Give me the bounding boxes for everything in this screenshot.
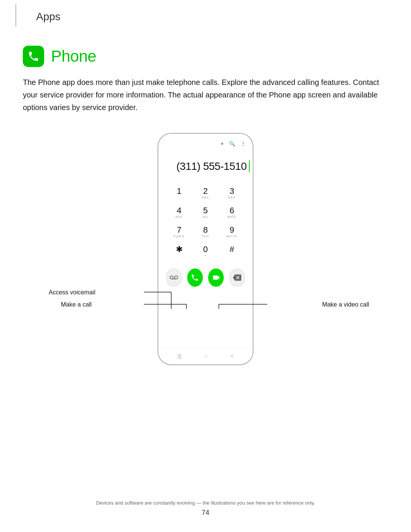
- dialpad: 1 2 ABC 3 DEF 4 GHI 5 JKL: [158, 183, 253, 261]
- section-title-row: Phone: [23, 46, 388, 67]
- phone-navbar: ||| ○ <: [158, 347, 253, 364]
- phone-handset-icon: [27, 50, 40, 62]
- action-buttons-row: [158, 262, 253, 291]
- search-icon: 🔍: [229, 141, 235, 147]
- phone-mockup-area: + 🔍 ⋮ (311) 555-1510 1 2: [23, 129, 388, 365]
- phone-number-display: (311) 555-1510: [172, 157, 248, 176]
- video-call-button[interactable]: [208, 268, 224, 287]
- breadcrumb-label: Apps: [36, 11, 61, 22]
- nav-back-icon: <: [231, 353, 234, 359]
- dialpad-key-5[interactable]: 5 JKL: [192, 203, 218, 222]
- dialpad-key-hash[interactable]: #: [219, 241, 245, 261]
- nav-home-icon: ○: [204, 353, 207, 359]
- call-icon: [191, 273, 199, 282]
- dialpad-key-8[interactable]: 8 TUV: [192, 222, 218, 241]
- nav-recent-icon: |||: [177, 353, 182, 359]
- phone-topbar: + 🔍 ⋮: [158, 134, 253, 150]
- dialpad-key-2[interactable]: 2 ABC: [192, 183, 218, 203]
- main-content: Phone The Phone app does more than just …: [0, 27, 411, 365]
- voicemail-icon: [170, 273, 178, 282]
- call-button[interactable]: [187, 268, 203, 287]
- footer: Devices and software are constantly evol…: [0, 500, 411, 517]
- voicemail-button[interactable]: [166, 268, 182, 287]
- dialpad-key-star[interactable]: ✱: [166, 241, 192, 261]
- dialpad-key-1[interactable]: 1: [166, 183, 192, 203]
- more-options-icon: ⋮: [241, 141, 246, 147]
- phone-frame: + 🔍 ⋮ (311) 555-1510 1 2: [158, 133, 253, 365]
- footer-note: Devices and software are constantly evol…: [0, 500, 411, 506]
- video-icon: [212, 273, 220, 282]
- label-make-call: Make a call: [61, 301, 92, 308]
- backspace-button[interactable]: [229, 268, 245, 287]
- breadcrumb: Apps: [15, 4, 411, 27]
- page-title: Phone: [51, 47, 96, 66]
- phone-app-icon: [23, 46, 44, 67]
- footer-page-number: 74: [0, 509, 411, 517]
- dialpad-key-6[interactable]: 6 MNO: [219, 203, 245, 222]
- label-video-call: Make a video call: [322, 301, 369, 308]
- dialpad-key-4[interactable]: 4 GHI: [166, 203, 192, 222]
- add-icon: +: [221, 141, 224, 147]
- backspace-icon: [233, 273, 241, 282]
- dialpad-key-0[interactable]: 0 +: [192, 241, 218, 261]
- page-description: The Phone app does more than just make t…: [23, 76, 381, 114]
- dialpad-key-7[interactable]: 7 PQRS: [166, 222, 192, 241]
- dialpad-key-3[interactable]: 3 DEF: [219, 183, 245, 203]
- dialpad-key-9[interactable]: 9 WXYZ: [219, 222, 245, 241]
- label-access-voicemail: Access voicemail: [49, 289, 96, 296]
